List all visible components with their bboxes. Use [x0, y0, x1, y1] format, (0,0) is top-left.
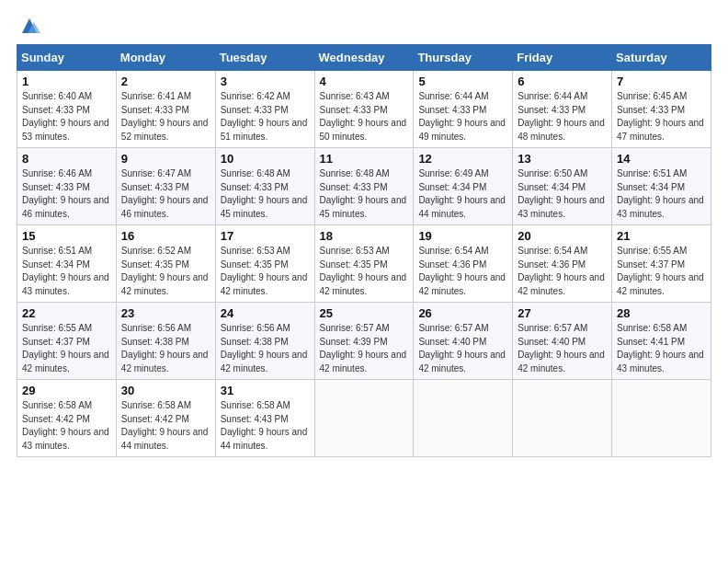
col-header-thursday: Thursday	[414, 45, 513, 71]
day-cell: 11 Sunrise: 6:48 AMSunset: 4:33 PMDaylig…	[314, 148, 414, 225]
day-number: 7	[617, 75, 706, 88]
day-cell: 5 Sunrise: 6:44 AMSunset: 4:33 PMDayligh…	[414, 71, 513, 148]
day-cell	[414, 380, 513, 457]
cell-content: Sunrise: 6:58 AMSunset: 4:42 PMDaylight:…	[22, 400, 109, 451]
day-cell: 6 Sunrise: 6:44 AMSunset: 4:33 PMDayligh…	[513, 71, 612, 148]
col-header-friday: Friday	[513, 45, 612, 71]
cell-content: Sunrise: 6:54 AMSunset: 4:36 PMDaylight:…	[518, 246, 605, 296]
day-number: 22	[22, 306, 111, 320]
cell-content: Sunrise: 6:53 AMSunset: 4:35 PMDaylight:…	[221, 246, 308, 296]
cell-content: Sunrise: 6:43 AMSunset: 4:33 PMDaylight:…	[320, 91, 407, 142]
cell-content: Sunrise: 6:58 AMSunset: 4:43 PMDaylight:…	[221, 400, 308, 451]
day-number: 18	[320, 229, 409, 243]
day-number: 20	[518, 229, 607, 243]
cell-content: Sunrise: 6:57 AMSunset: 4:39 PMDaylight:…	[320, 323, 407, 373]
col-header-saturday: Saturday	[612, 45, 711, 71]
col-header-tuesday: Tuesday	[215, 45, 314, 71]
week-row-1: 1 Sunrise: 6:40 AMSunset: 4:33 PMDayligh…	[17, 71, 711, 148]
cell-content: Sunrise: 6:53 AMSunset: 4:35 PMDaylight:…	[320, 246, 407, 296]
cell-content: Sunrise: 6:51 AMSunset: 4:34 PMDaylight:…	[22, 246, 109, 296]
day-cell: 31 Sunrise: 6:58 AMSunset: 4:43 PMDaylig…	[215, 380, 314, 457]
day-cell: 10 Sunrise: 6:48 AMSunset: 4:33 PMDaylig…	[215, 148, 314, 225]
cell-content: Sunrise: 6:58 AMSunset: 4:41 PMDaylight:…	[617, 323, 704, 373]
day-number: 10	[221, 152, 310, 166]
day-number: 21	[617, 229, 706, 243]
cell-content: Sunrise: 6:56 AMSunset: 4:38 PMDaylight:…	[121, 323, 209, 373]
week-row-4: 22 Sunrise: 6:55 AMSunset: 4:37 PMDaylig…	[17, 303, 711, 380]
day-cell: 9 Sunrise: 6:47 AMSunset: 4:33 PMDayligh…	[116, 148, 215, 225]
day-cell: 16 Sunrise: 6:52 AMSunset: 4:35 PMDaylig…	[116, 225, 215, 303]
cell-content: Sunrise: 6:56 AMSunset: 4:38 PMDaylight:…	[221, 323, 308, 373]
day-cell: 20 Sunrise: 6:54 AMSunset: 4:36 PMDaylig…	[513, 225, 612, 303]
day-cell	[612, 380, 711, 457]
day-number: 14	[617, 152, 706, 166]
day-cell: 30 Sunrise: 6:58 AMSunset: 4:42 PMDaylig…	[116, 380, 215, 457]
day-number: 19	[418, 229, 507, 243]
day-number: 4	[320, 75, 409, 88]
day-number: 16	[121, 229, 210, 243]
cell-content: Sunrise: 6:44 AMSunset: 4:33 PMDaylight:…	[518, 91, 605, 142]
logo	[17, 17, 40, 35]
day-number: 1	[22, 75, 111, 88]
cell-content: Sunrise: 6:58 AMSunset: 4:42 PMDaylight:…	[121, 400, 209, 451]
day-cell: 7 Sunrise: 6:45 AMSunset: 4:33 PMDayligh…	[612, 71, 711, 148]
day-cell: 8 Sunrise: 6:46 AMSunset: 4:33 PMDayligh…	[17, 148, 117, 225]
logo-icon	[18, 17, 40, 35]
col-header-wednesday: Wednesday	[314, 45, 414, 71]
day-cell: 23 Sunrise: 6:56 AMSunset: 4:38 PMDaylig…	[116, 303, 215, 380]
cell-content: Sunrise: 6:48 AMSunset: 4:33 PMDaylight:…	[320, 168, 407, 219]
col-header-sunday: Sunday	[17, 45, 117, 71]
week-row-5: 29 Sunrise: 6:58 AMSunset: 4:42 PMDaylig…	[17, 380, 711, 457]
day-cell: 28 Sunrise: 6:58 AMSunset: 4:41 PMDaylig…	[612, 303, 711, 380]
cell-content: Sunrise: 6:51 AMSunset: 4:34 PMDaylight:…	[617, 168, 704, 219]
week-row-3: 15 Sunrise: 6:51 AMSunset: 4:34 PMDaylig…	[17, 225, 711, 303]
day-number: 26	[418, 306, 507, 320]
cell-content: Sunrise: 6:46 AMSunset: 4:33 PMDaylight:…	[22, 168, 109, 219]
day-number: 8	[22, 152, 111, 166]
day-cell: 3 Sunrise: 6:42 AMSunset: 4:33 PMDayligh…	[215, 71, 314, 148]
cell-content: Sunrise: 6:52 AMSunset: 4:35 PMDaylight:…	[121, 246, 209, 296]
day-number: 2	[121, 75, 210, 88]
day-cell: 14 Sunrise: 6:51 AMSunset: 4:34 PMDaylig…	[612, 148, 711, 225]
day-number: 5	[418, 75, 507, 88]
day-cell: 21 Sunrise: 6:55 AMSunset: 4:37 PMDaylig…	[612, 225, 711, 303]
day-number: 11	[320, 152, 409, 166]
col-header-monday: Monday	[116, 45, 215, 71]
day-cell: 24 Sunrise: 6:56 AMSunset: 4:38 PMDaylig…	[215, 303, 314, 380]
day-number: 6	[518, 75, 607, 88]
day-cell: 17 Sunrise: 6:53 AMSunset: 4:35 PMDaylig…	[215, 225, 314, 303]
day-number: 23	[121, 306, 210, 320]
day-number: 31	[221, 384, 310, 397]
day-cell: 15 Sunrise: 6:51 AMSunset: 4:34 PMDaylig…	[17, 225, 117, 303]
week-row-2: 8 Sunrise: 6:46 AMSunset: 4:33 PMDayligh…	[17, 148, 711, 225]
cell-content: Sunrise: 6:42 AMSunset: 4:33 PMDaylight:…	[221, 91, 308, 142]
day-number: 15	[22, 229, 111, 243]
day-cell: 22 Sunrise: 6:55 AMSunset: 4:37 PMDaylig…	[17, 303, 117, 380]
day-number: 28	[617, 306, 706, 320]
cell-content: Sunrise: 6:45 AMSunset: 4:33 PMDaylight:…	[617, 91, 704, 142]
cell-content: Sunrise: 6:41 AMSunset: 4:33 PMDaylight:…	[121, 91, 209, 142]
cell-content: Sunrise: 6:48 AMSunset: 4:33 PMDaylight:…	[221, 168, 308, 219]
day-number: 9	[121, 152, 210, 166]
day-number: 27	[518, 306, 607, 320]
cell-content: Sunrise: 6:40 AMSunset: 4:33 PMDaylight:…	[22, 91, 109, 142]
day-cell: 26 Sunrise: 6:57 AMSunset: 4:40 PMDaylig…	[414, 303, 513, 380]
day-number: 25	[320, 306, 409, 320]
day-number: 29	[22, 384, 111, 397]
calendar-header-row: SundayMondayTuesdayWednesdayThursdayFrid…	[17, 45, 711, 71]
day-cell	[314, 380, 414, 457]
day-number: 30	[121, 384, 210, 397]
day-cell: 4 Sunrise: 6:43 AMSunset: 4:33 PMDayligh…	[314, 71, 414, 148]
cell-content: Sunrise: 6:50 AMSunset: 4:34 PMDaylight:…	[518, 168, 605, 219]
day-number: 3	[221, 75, 310, 88]
day-cell	[513, 380, 612, 457]
day-number: 12	[418, 152, 507, 166]
day-number: 13	[518, 152, 607, 166]
cell-content: Sunrise: 6:54 AMSunset: 4:36 PMDaylight:…	[418, 246, 506, 296]
cell-content: Sunrise: 6:47 AMSunset: 4:33 PMDaylight:…	[121, 168, 209, 219]
cell-content: Sunrise: 6:49 AMSunset: 4:34 PMDaylight:…	[418, 168, 506, 219]
day-cell: 18 Sunrise: 6:53 AMSunset: 4:35 PMDaylig…	[314, 225, 414, 303]
day-number: 17	[221, 229, 310, 243]
cell-content: Sunrise: 6:55 AMSunset: 4:37 PMDaylight:…	[22, 323, 109, 373]
cell-content: Sunrise: 6:57 AMSunset: 4:40 PMDaylight:…	[418, 323, 506, 373]
